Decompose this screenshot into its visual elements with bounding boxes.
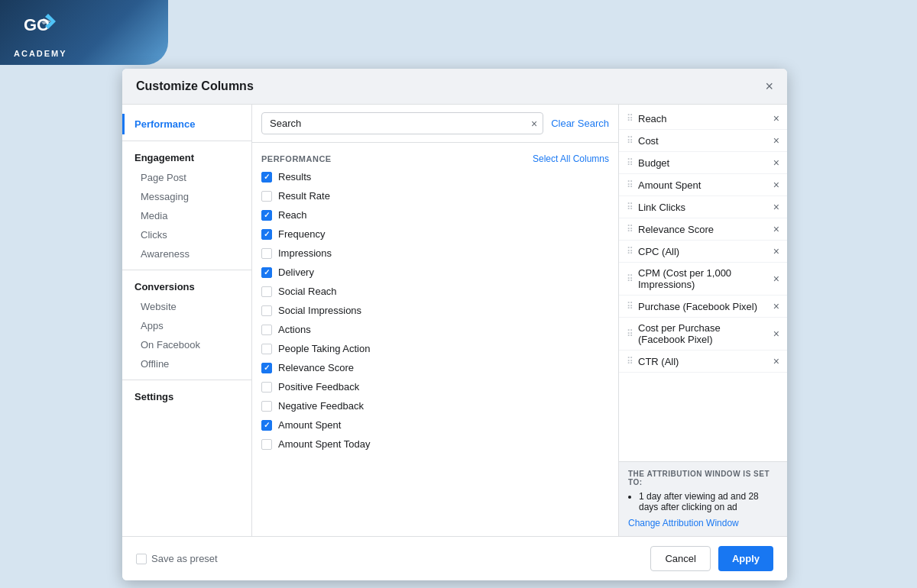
- remove-link-clicks-button[interactable]: ×: [773, 201, 779, 213]
- sidebar-item-awareness[interactable]: Awareness: [122, 244, 251, 263]
- checkbox-result-rate[interactable]: [261, 191, 272, 202]
- column-item-delivery[interactable]: Delivery: [252, 263, 618, 282]
- column-item-amount-spent[interactable]: Amount Spent: [252, 415, 618, 435]
- remove-amount-spent-button[interactable]: ×: [773, 179, 779, 191]
- remove-budget-button[interactable]: ×: [773, 157, 779, 169]
- sidebar-section-settings[interactable]: Settings: [122, 386, 251, 407]
- change-attribution-link[interactable]: Change Attribution Window: [628, 518, 739, 528]
- column-label-social-impressions: Social Impressions: [278, 305, 361, 316]
- checkbox-relevance-score[interactable]: [261, 363, 272, 373]
- column-item-result-rate[interactable]: Result Rate: [252, 186, 618, 205]
- checkbox-negative-feedback[interactable]: [261, 401, 272, 412]
- sidebar-item-apps[interactable]: Apps: [122, 316, 251, 335]
- sidebar-item-clicks[interactable]: Clicks: [122, 225, 251, 244]
- column-label-results: Results: [278, 171, 311, 183]
- modal-close-button[interactable]: ×: [765, 79, 773, 93]
- column-item-frequency[interactable]: Frequency: [252, 225, 618, 244]
- svg-text:GO: GO: [24, 15, 50, 34]
- selected-item-cpc-all[interactable]: ⠿ CPC (All) ×: [619, 241, 787, 263]
- selected-item-cost[interactable]: ⠿ Cost ×: [619, 130, 787, 152]
- selected-item-cpm[interactable]: ⠿ CPM (Cost per 1,000 Impressions) ×: [619, 263, 787, 296]
- sidebar-divider-3: [122, 380, 251, 380]
- selected-item-relevance-score[interactable]: ⠿ Relevance Score ×: [619, 218, 787, 241]
- selected-label-purchase-fb: Purchase (Facebook Pixel): [638, 301, 769, 312]
- remove-purchase-fb-button[interactable]: ×: [773, 300, 779, 312]
- attribution-box: THE ATTRIBUTION WINDOW IS SET TO: 1 day …: [619, 461, 787, 536]
- selected-label-cpc-all: CPC (All): [638, 246, 769, 257]
- sidebar-item-website[interactable]: Website: [122, 297, 251, 316]
- checkbox-social-reach[interactable]: [261, 286, 272, 297]
- selected-item-amount-spent[interactable]: ⠿ Amount Spent ×: [619, 174, 787, 196]
- sidebar-item-page-post[interactable]: Page Post: [122, 168, 251, 187]
- selected-item-purchase-fb[interactable]: ⠿ Purchase (Facebook Pixel) ×: [619, 296, 787, 318]
- column-label-people-taking-action: People Taking Action: [278, 343, 370, 354]
- right-column: ⠿ Reach × ⠿ Cost × ⠿ Budget × ⠿ Amount S…: [619, 105, 787, 536]
- logo-text: ACADEMY: [14, 49, 67, 58]
- column-item-amount-spent-today[interactable]: Amount Spent Today: [252, 435, 618, 454]
- column-item-people-taking-action[interactable]: People Taking Action: [252, 339, 618, 358]
- cancel-button[interactable]: Cancel: [650, 546, 710, 571]
- checkbox-frequency[interactable]: [261, 229, 272, 240]
- column-item-social-impressions[interactable]: Social Impressions: [252, 301, 618, 320]
- column-item-negative-feedback[interactable]: Negative Feedback: [252, 396, 618, 415]
- checkbox-delivery[interactable]: [261, 267, 272, 278]
- column-item-positive-feedback[interactable]: Positive Feedback: [252, 377, 618, 396]
- search-bar: × Clear Search: [252, 105, 618, 143]
- remove-reach-button[interactable]: ×: [773, 112, 779, 124]
- column-item-social-reach[interactable]: Social Reach: [252, 282, 618, 301]
- sidebar-section-conversions[interactable]: Conversions: [122, 276, 251, 297]
- column-item-impressions[interactable]: Impressions: [252, 244, 618, 263]
- column-item-relevance-score[interactable]: Relevance Score: [252, 358, 618, 377]
- remove-relevance-score-button[interactable]: ×: [773, 223, 779, 235]
- search-input[interactable]: [261, 112, 543, 134]
- selected-item-link-clicks[interactable]: ⠿ Link Clicks ×: [619, 196, 787, 218]
- remove-cost-per-purchase-button[interactable]: ×: [773, 328, 779, 340]
- selected-label-cpm: CPM (Cost per 1,000 Impressions): [638, 267, 769, 290]
- selected-item-cost-per-purchase[interactable]: ⠿ Cost per Purchase (Facebook Pixel) ×: [619, 318, 787, 351]
- drag-handle-amount-spent: ⠿: [627, 179, 633, 190]
- sidebar-section-engagement[interactable]: Engagement: [122, 147, 251, 168]
- checkbox-amount-spent[interactable]: [261, 420, 272, 431]
- column-label-reach: Reach: [278, 209, 307, 221]
- sidebar-section-performance[interactable]: Performance: [122, 114, 251, 134]
- drag-handle-ctr-all: ⠿: [627, 356, 633, 367]
- checkbox-reach[interactable]: [261, 210, 272, 221]
- save-preset-checkbox[interactable]: [136, 554, 147, 564]
- checkbox-impressions[interactable]: [261, 248, 272, 259]
- selected-item-reach[interactable]: ⠿ Reach ×: [619, 108, 787, 130]
- selected-label-budget: Budget: [638, 157, 769, 169]
- column-item-results[interactable]: Results: [252, 167, 618, 186]
- checkbox-actions[interactable]: [261, 325, 272, 335]
- remove-cpm-button[interactable]: ×: [773, 273, 779, 285]
- remove-cost-button[interactable]: ×: [773, 134, 779, 147]
- remove-cpc-all-button[interactable]: ×: [773, 245, 779, 257]
- sidebar-item-on-facebook[interactable]: On Facebook: [122, 335, 251, 354]
- select-all-button[interactable]: Select All Columns: [533, 153, 609, 164]
- selected-label-cost-per-purchase: Cost per Purchase (Facebook Pixel): [638, 322, 769, 345]
- selected-item-budget[interactable]: ⠿ Budget ×: [619, 152, 787, 174]
- selected-label-reach: Reach: [638, 113, 769, 124]
- search-clear-icon[interactable]: ×: [531, 118, 537, 130]
- selected-label-relevance-score: Relevance Score: [638, 224, 769, 235]
- checkbox-people-taking-action[interactable]: [261, 344, 272, 354]
- sidebar-divider-1: [122, 141, 251, 141]
- checkbox-amount-spent-today[interactable]: [261, 439, 272, 450]
- remove-ctr-all-button[interactable]: ×: [773, 355, 779, 367]
- columns-list: PERFORMANCE Select All Columns Results R…: [252, 143, 618, 536]
- column-label-social-reach: Social Reach: [278, 286, 337, 297]
- column-item-reach[interactable]: Reach: [252, 205, 618, 225]
- checkbox-social-impressions[interactable]: [261, 305, 272, 316]
- save-preset-container[interactable]: Save as preset: [136, 553, 218, 564]
- sidebar-item-offline[interactable]: Offline: [122, 354, 251, 373]
- checkbox-results[interactable]: [261, 172, 272, 183]
- sidebar-item-messaging[interactable]: Messaging: [122, 187, 251, 206]
- column-label-relevance-score: Relevance Score: [278, 362, 354, 373]
- apply-button[interactable]: Apply: [718, 546, 773, 571]
- sidebar-item-media[interactable]: Media: [122, 206, 251, 225]
- checkbox-positive-feedback[interactable]: [261, 382, 272, 393]
- clear-search-button[interactable]: Clear Search: [551, 118, 609, 129]
- modal-header: Customize Columns ×: [122, 69, 787, 105]
- column-item-actions[interactable]: Actions: [252, 320, 618, 339]
- save-preset-label: Save as preset: [151, 553, 218, 564]
- selected-item-ctr-all[interactable]: ⠿ CTR (All) ×: [619, 351, 787, 373]
